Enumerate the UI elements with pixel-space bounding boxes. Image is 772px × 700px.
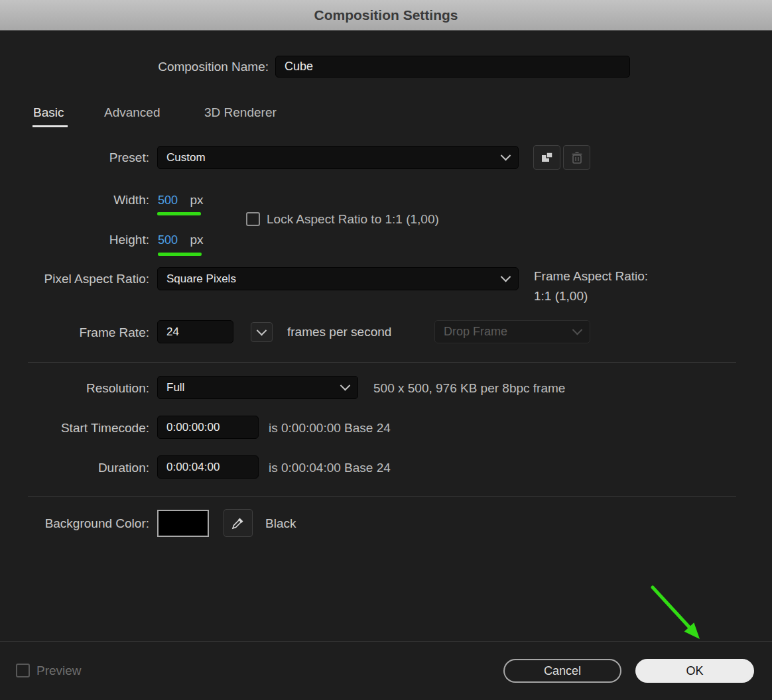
width-value[interactable]: 500 <box>158 194 178 207</box>
frame-rate-label: Frame Rate: <box>0 325 149 340</box>
background-color-name: Black <box>265 516 296 531</box>
chevron-down-icon <box>501 272 511 282</box>
start-timecode-info: is 0:00:00:00 Base 24 <box>269 421 391 436</box>
resolution-dropdown[interactable]: Full <box>157 376 358 399</box>
drop-frame-value: Drop Frame <box>444 325 507 339</box>
frame-rate-dropdown-button[interactable] <box>251 322 273 342</box>
cancel-button[interactable]: Cancel <box>503 659 621 683</box>
trash-icon <box>571 151 583 164</box>
chevron-down-icon <box>340 380 351 391</box>
frame-aspect-ratio-value: 1:1 (1,00) <box>534 289 588 304</box>
preview-label: Preview <box>36 664 82 678</box>
composition-name-input[interactable]: Cube <box>275 56 630 78</box>
height-value[interactable]: 500 <box>158 233 178 247</box>
preview-checkbox[interactable] <box>16 664 30 677</box>
preset-dropdown[interactable]: Custom <box>157 146 519 169</box>
resolution-value: Full <box>166 381 184 394</box>
height-unit: px <box>190 233 204 247</box>
resolution-info: 500 x 500, 976 KB per 8bpc frame <box>373 381 565 396</box>
preset-label: Preset: <box>0 150 149 165</box>
background-color-label: Background Color: <box>0 516 149 531</box>
drop-frame-dropdown: Drop Frame <box>434 320 590 343</box>
duration-label: Duration: <box>0 461 149 475</box>
save-preset-button[interactable] <box>533 145 560 170</box>
height-annotation-underline <box>158 253 202 256</box>
composition-name-value: Cube <box>285 60 313 74</box>
width-label: Width: <box>0 193 149 207</box>
chevron-down-icon <box>572 325 583 335</box>
eyedropper-icon <box>231 516 245 530</box>
lock-aspect-checkbox[interactable] <box>246 212 260 226</box>
tab-3d-renderer[interactable]: 3D Renderer <box>204 105 277 120</box>
background-color-swatch[interactable] <box>157 510 209 537</box>
width-annotation-underline <box>157 212 201 215</box>
chevron-down-icon <box>501 150 511 161</box>
height-label: Height: <box>0 233 149 247</box>
lock-aspect-label: Lock Aspect Ratio to 1:1 (1,00) <box>267 212 439 227</box>
preset-value: Custom <box>166 151 206 164</box>
cancel-button-label: Cancel <box>544 664 581 678</box>
pixel-aspect-ratio-dropdown[interactable]: Square Pixels <box>157 267 519 290</box>
tab-basic[interactable]: Basic <box>33 105 64 120</box>
duration-value: 0:00:04:00 <box>166 461 220 474</box>
dialog-title: Composition Settings <box>314 7 458 23</box>
frame-rate-value: 24 <box>166 325 179 339</box>
ok-button[interactable]: OK <box>635 659 754 683</box>
section-divider <box>28 496 736 496</box>
composition-settings-dialog: Composition Settings Composition Name: C… <box>0 0 772 700</box>
duration-input[interactable]: 0:00:04:00 <box>157 455 259 479</box>
footer-divider <box>0 641 772 642</box>
dialog-titlebar: Composition Settings <box>0 0 772 30</box>
start-timecode-input[interactable]: 0:00:00:00 <box>157 416 259 439</box>
pixel-aspect-ratio-label: Pixel Aspect Ratio: <box>0 272 149 286</box>
tab-basic-active-underline <box>32 125 68 127</box>
composition-name-label: Composition Name: <box>0 60 269 74</box>
save-preset-icon <box>541 151 554 164</box>
resolution-label: Resolution: <box>0 381 149 396</box>
eyedropper-button[interactable] <box>224 509 253 537</box>
duration-info: is 0:00:04:00 Base 24 <box>269 461 391 475</box>
frame-aspect-ratio-label: Frame Aspect Ratio: <box>534 269 648 284</box>
frames-per-second-label: frames per second <box>287 325 391 339</box>
start-timecode-label: Start Timecode: <box>0 421 149 436</box>
frame-rate-input[interactable]: 24 <box>157 320 233 343</box>
tab-advanced[interactable]: Advanced <box>104 105 161 120</box>
pixel-aspect-ratio-value: Square Pixels <box>166 272 236 286</box>
delete-preset-button[interactable] <box>563 145 590 170</box>
chevron-down-icon <box>257 325 267 335</box>
section-divider <box>28 362 736 363</box>
ok-button-label: OK <box>686 664 703 678</box>
start-timecode-value: 0:00:00:00 <box>166 421 220 434</box>
width-unit: px <box>190 193 204 207</box>
